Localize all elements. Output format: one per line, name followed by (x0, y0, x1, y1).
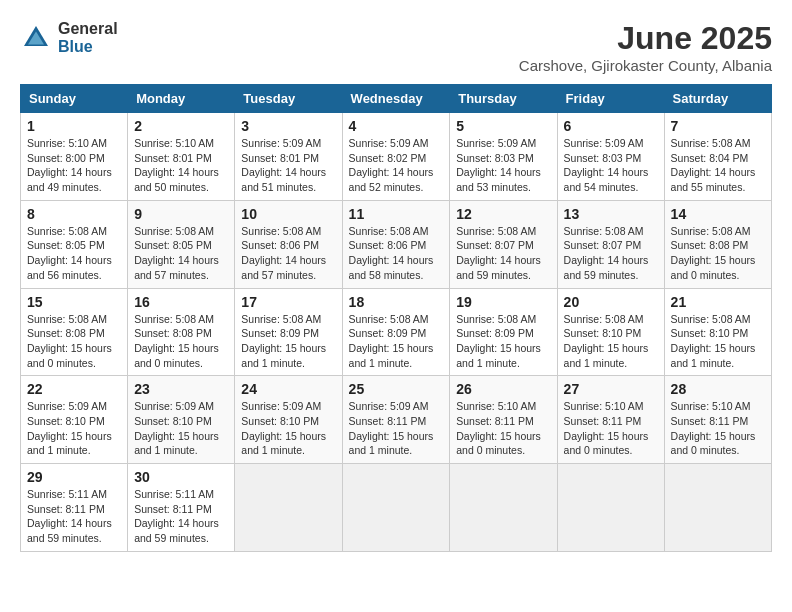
day-number: 5 (456, 118, 550, 134)
table-row: 10Sunrise: 5:08 AM Sunset: 8:06 PM Dayli… (235, 200, 342, 288)
day-info: Sunrise: 5:08 AM Sunset: 8:10 PM Dayligh… (671, 312, 765, 371)
table-row: 27Sunrise: 5:10 AM Sunset: 8:11 PM Dayli… (557, 376, 664, 464)
day-info: Sunrise: 5:08 AM Sunset: 8:07 PM Dayligh… (456, 224, 550, 283)
table-row (664, 464, 771, 552)
day-info: Sunrise: 5:09 AM Sunset: 8:01 PM Dayligh… (241, 136, 335, 195)
day-number: 20 (564, 294, 658, 310)
table-row: 12Sunrise: 5:08 AM Sunset: 8:07 PM Dayli… (450, 200, 557, 288)
logo-general: General (58, 20, 118, 38)
table-row: 4Sunrise: 5:09 AM Sunset: 8:02 PM Daylig… (342, 113, 450, 201)
table-row: 1Sunrise: 5:10 AM Sunset: 8:00 PM Daylig… (21, 113, 128, 201)
day-number: 4 (349, 118, 444, 134)
day-number: 17 (241, 294, 335, 310)
title-section: June 2025 Carshove, Gjirokaster County, … (519, 20, 772, 74)
table-row: 21Sunrise: 5:08 AM Sunset: 8:10 PM Dayli… (664, 288, 771, 376)
day-info: Sunrise: 5:11 AM Sunset: 8:11 PM Dayligh… (134, 487, 228, 546)
table-row (235, 464, 342, 552)
table-row: 2Sunrise: 5:10 AM Sunset: 8:01 PM Daylig… (128, 113, 235, 201)
day-info: Sunrise: 5:10 AM Sunset: 8:11 PM Dayligh… (456, 399, 550, 458)
day-number: 1 (27, 118, 121, 134)
day-info: Sunrise: 5:10 AM Sunset: 8:11 PM Dayligh… (671, 399, 765, 458)
table-row: 6Sunrise: 5:09 AM Sunset: 8:03 PM Daylig… (557, 113, 664, 201)
header-friday: Friday (557, 85, 664, 113)
table-row (557, 464, 664, 552)
calendar-header: Sunday Monday Tuesday Wednesday Thursday… (21, 85, 772, 113)
header-monday: Monday (128, 85, 235, 113)
day-info: Sunrise: 5:08 AM Sunset: 8:06 PM Dayligh… (349, 224, 444, 283)
table-row: 16Sunrise: 5:08 AM Sunset: 8:08 PM Dayli… (128, 288, 235, 376)
day-number: 21 (671, 294, 765, 310)
day-info: Sunrise: 5:09 AM Sunset: 8:03 PM Dayligh… (564, 136, 658, 195)
table-row: 15Sunrise: 5:08 AM Sunset: 8:08 PM Dayli… (21, 288, 128, 376)
day-info: Sunrise: 5:08 AM Sunset: 8:05 PM Dayligh… (27, 224, 121, 283)
table-row: 20Sunrise: 5:08 AM Sunset: 8:10 PM Dayli… (557, 288, 664, 376)
table-row: 13Sunrise: 5:08 AM Sunset: 8:07 PM Dayli… (557, 200, 664, 288)
day-number: 19 (456, 294, 550, 310)
header-sunday: Sunday (21, 85, 128, 113)
calendar-week-1: 1Sunrise: 5:10 AM Sunset: 8:00 PM Daylig… (21, 113, 772, 201)
day-number: 26 (456, 381, 550, 397)
day-info: Sunrise: 5:10 AM Sunset: 8:01 PM Dayligh… (134, 136, 228, 195)
table-row: 11Sunrise: 5:08 AM Sunset: 8:06 PM Dayli… (342, 200, 450, 288)
day-number: 9 (134, 206, 228, 222)
day-number: 23 (134, 381, 228, 397)
header-row: Sunday Monday Tuesday Wednesday Thursday… (21, 85, 772, 113)
day-info: Sunrise: 5:09 AM Sunset: 8:02 PM Dayligh… (349, 136, 444, 195)
day-info: Sunrise: 5:09 AM Sunset: 8:10 PM Dayligh… (27, 399, 121, 458)
day-info: Sunrise: 5:09 AM Sunset: 8:10 PM Dayligh… (241, 399, 335, 458)
day-number: 3 (241, 118, 335, 134)
header-saturday: Saturday (664, 85, 771, 113)
logo: General Blue (20, 20, 118, 55)
day-number: 11 (349, 206, 444, 222)
day-info: Sunrise: 5:08 AM Sunset: 8:05 PM Dayligh… (134, 224, 228, 283)
table-row: 18Sunrise: 5:08 AM Sunset: 8:09 PM Dayli… (342, 288, 450, 376)
table-row: 23Sunrise: 5:09 AM Sunset: 8:10 PM Dayli… (128, 376, 235, 464)
month-title: June 2025 (519, 20, 772, 57)
day-info: Sunrise: 5:09 AM Sunset: 8:03 PM Dayligh… (456, 136, 550, 195)
day-info: Sunrise: 5:08 AM Sunset: 8:04 PM Dayligh… (671, 136, 765, 195)
day-info: Sunrise: 5:09 AM Sunset: 8:10 PM Dayligh… (134, 399, 228, 458)
table-row: 28Sunrise: 5:10 AM Sunset: 8:11 PM Dayli… (664, 376, 771, 464)
day-number: 27 (564, 381, 658, 397)
day-number: 7 (671, 118, 765, 134)
day-number: 12 (456, 206, 550, 222)
day-info: Sunrise: 5:08 AM Sunset: 8:07 PM Dayligh… (564, 224, 658, 283)
day-info: Sunrise: 5:08 AM Sunset: 8:08 PM Dayligh… (27, 312, 121, 371)
table-row: 7Sunrise: 5:08 AM Sunset: 8:04 PM Daylig… (664, 113, 771, 201)
day-number: 8 (27, 206, 121, 222)
day-info: Sunrise: 5:08 AM Sunset: 8:09 PM Dayligh… (456, 312, 550, 371)
day-number: 18 (349, 294, 444, 310)
table-row: 22Sunrise: 5:09 AM Sunset: 8:10 PM Dayli… (21, 376, 128, 464)
table-row: 19Sunrise: 5:08 AM Sunset: 8:09 PM Dayli… (450, 288, 557, 376)
day-number: 15 (27, 294, 121, 310)
table-row: 24Sunrise: 5:09 AM Sunset: 8:10 PM Dayli… (235, 376, 342, 464)
day-number: 24 (241, 381, 335, 397)
day-info: Sunrise: 5:11 AM Sunset: 8:11 PM Dayligh… (27, 487, 121, 546)
table-row: 8Sunrise: 5:08 AM Sunset: 8:05 PM Daylig… (21, 200, 128, 288)
table-row: 29Sunrise: 5:11 AM Sunset: 8:11 PM Dayli… (21, 464, 128, 552)
day-number: 13 (564, 206, 658, 222)
day-number: 29 (27, 469, 121, 485)
day-number: 28 (671, 381, 765, 397)
day-number: 10 (241, 206, 335, 222)
table-row (450, 464, 557, 552)
day-number: 2 (134, 118, 228, 134)
logo-text: General Blue (58, 20, 118, 55)
day-info: Sunrise: 5:08 AM Sunset: 8:08 PM Dayligh… (134, 312, 228, 371)
table-row: 30Sunrise: 5:11 AM Sunset: 8:11 PM Dayli… (128, 464, 235, 552)
day-info: Sunrise: 5:10 AM Sunset: 8:00 PM Dayligh… (27, 136, 121, 195)
calendar-week-4: 22Sunrise: 5:09 AM Sunset: 8:10 PM Dayli… (21, 376, 772, 464)
day-info: Sunrise: 5:08 AM Sunset: 8:06 PM Dayligh… (241, 224, 335, 283)
logo-blue: Blue (58, 38, 118, 56)
day-info: Sunrise: 5:08 AM Sunset: 8:08 PM Dayligh… (671, 224, 765, 283)
day-number: 22 (27, 381, 121, 397)
table-row: 3Sunrise: 5:09 AM Sunset: 8:01 PM Daylig… (235, 113, 342, 201)
calendar-body: 1Sunrise: 5:10 AM Sunset: 8:00 PM Daylig… (21, 113, 772, 552)
calendar: Sunday Monday Tuesday Wednesday Thursday… (20, 84, 772, 552)
location-subtitle: Carshove, Gjirokaster County, Albania (519, 57, 772, 74)
table-row: 17Sunrise: 5:08 AM Sunset: 8:09 PM Dayli… (235, 288, 342, 376)
day-info: Sunrise: 5:08 AM Sunset: 8:09 PM Dayligh… (349, 312, 444, 371)
table-row: 9Sunrise: 5:08 AM Sunset: 8:05 PM Daylig… (128, 200, 235, 288)
logo-icon (20, 22, 52, 54)
table-row: 5Sunrise: 5:09 AM Sunset: 8:03 PM Daylig… (450, 113, 557, 201)
